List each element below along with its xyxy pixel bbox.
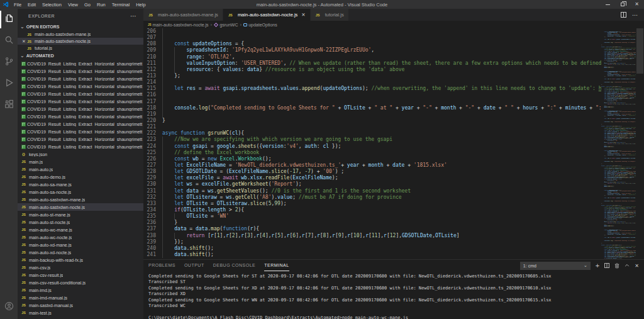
file-tree-item[interactable]: JSmain-sastxd-manual.js — [18, 301, 143, 309]
file-tree-item[interactable]: COVID19_Result_Listing_Extract_Horizonta… — [18, 128, 143, 135]
activity-run-debug-button[interactable] — [0, 73, 18, 94]
code-line[interactable] — [162, 111, 601, 118]
code-line[interactable]: let GDSOTLDate = (ExcelFileName.slice(-1… — [162, 169, 601, 175]
file-tree-item[interactable]: JSmain-csv-result.js — [18, 271, 143, 279]
split-terminal-button[interactable] — [604, 263, 609, 268]
terminal-output[interactable]: Completed sending to Google Sheets for S… — [143, 271, 644, 319]
code-line[interactable]: return [r[1],r[2],r[3],r[4],r[5],r[6],r[… — [162, 233, 601, 239]
panel-tab-terminal[interactable]: TERMINAL — [264, 260, 289, 271]
close-panel-button[interactable]: ✕ — [635, 263, 639, 269]
code-line[interactable]: valueInputOption: 'USER_ENTERED', // Whe… — [162, 60, 601, 67]
code-line[interactable] — [162, 28, 601, 35]
file-tree-item[interactable]: COVID19_Result_Listing_Extract_Horizonta… — [18, 105, 143, 113]
breadcrumb-item[interactable]: JSmain-auto-sastxdwn-nocte.js — [148, 23, 209, 27]
maximize-panel-button[interactable] — [625, 263, 630, 268]
code-line[interactable]: data.shift(); — [162, 252, 601, 258]
close-button[interactable]: ✕ — [630, 0, 644, 9]
file-tree-item[interactable]: JSmain-wc.js — [18, 316, 143, 319]
menu-item-terminal[interactable]: Terminal — [109, 0, 133, 9]
minimap[interactable]: const updateOptions = { spreadsheetId: '… — [601, 28, 636, 259]
terminal-select[interactable]: 1: cmd ⌄ — [520, 262, 591, 270]
tab-tutorial.js[interactable]: JStutorial.js — [311, 9, 349, 21]
file-tree-item[interactable]: COVID19_Result_Listing_Extract_Horizonta… — [18, 90, 143, 98]
code-line[interactable]: if(OTLsite.length > 2){ — [162, 207, 601, 213]
file-tree-item[interactable]: COVID19_Result_Listing_Extract_Horizonta… — [18, 60, 143, 67]
file-tree-item[interactable]: COVID19_Result_Listing_Extract_Horizonta… — [18, 120, 143, 128]
code-line[interactable]: let OTLsite = OTLsiteraw.slice(5,99); — [162, 201, 601, 207]
menu-item-run[interactable]: Run — [94, 0, 109, 9]
file-tree-item[interactable]: COVID19_Result_Listing_Extract_Horizonta… — [18, 82, 143, 90]
file-tree-item[interactable]: COVID19_Result_Listing_Extract_Horizonta… — [18, 67, 143, 75]
activity-extensions-button[interactable] — [0, 94, 18, 116]
file-tree-item[interactable]: COVID19_Result_Listing_Extract_Horizonta… — [18, 135, 143, 143]
file-tree-item[interactable]: JSmain-auto-demo.js — [18, 173, 143, 181]
file-tree-item[interactable]: JSmain-auto-sastxdwn-mane.js — [18, 196, 143, 203]
code-line[interactable] — [162, 35, 601, 41]
code-line[interactable]: } — [162, 118, 601, 124]
file-tree-item[interactable]: COVID19_Result_Listing_Extract_Horizonta… — [18, 75, 143, 82]
explorer-actions-button[interactable]: ⋯ — [130, 13, 137, 20]
code-line[interactable]: range: 'OTL!A2', — [162, 54, 601, 60]
code-line[interactable] — [162, 99, 601, 105]
file-tree-item[interactable]: JSmain-auto-xd-mane.js — [18, 241, 143, 249]
code-line[interactable] — [162, 92, 601, 98]
editor-more-actions-button[interactable]: ⋯ — [632, 12, 638, 18]
code-line[interactable]: const wb = new Excel.Workbook(); — [162, 156, 601, 162]
code-line[interactable]: data.shift(); — [162, 245, 601, 252]
file-tree-item[interactable]: JSmain-auto-st-nocte.js — [18, 218, 143, 226]
panel-tab-problems[interactable]: PROBLEMS — [148, 260, 175, 271]
open-editor-item[interactable]: JStutorial.js — [18, 45, 143, 52]
file-tree-item[interactable]: JSmain-test.js — [18, 309, 143, 316]
split-editor-button[interactable] — [621, 12, 626, 18]
close-tab-icon[interactable]: ✕ — [301, 12, 305, 18]
file-tree-item[interactable]: JSmain-imd-manual.js — [18, 294, 143, 301]
breadcrumb-item[interactable]: updateOptions — [243, 23, 277, 27]
activity-search-button[interactable] — [0, 30, 18, 52]
code-line[interactable]: OTLsite = 'WN' — [162, 213, 601, 220]
code-line[interactable]: } — [162, 220, 601, 226]
scrollbar-thumb[interactable] — [636, 28, 643, 74]
file-tree-item[interactable]: JSmain-imd.js — [18, 286, 143, 294]
code-line[interactable]: let ExcelFileName = 'NewOTL_diederick.vd… — [162, 162, 601, 169]
menu-item-go[interactable]: Go — [81, 0, 94, 9]
code-editor[interactable]: 2062072082092102112122132142152162172182… — [143, 28, 644, 259]
code-line[interactable] — [162, 124, 601, 130]
file-tree-item[interactable]: JSmain-auto-sa-nocte.js — [18, 188, 143, 196]
code-line[interactable]: data = data.map(function(r){ — [162, 226, 601, 232]
code-line[interactable]: let data = ws.getSheetValues(); //0 is t… — [162, 188, 601, 194]
code-line[interactable]: async function gsrunWC(cl){ — [162, 130, 601, 137]
code-line[interactable]: const gsapi = google.sheets({version:'v4… — [162, 143, 601, 150]
kill-terminal-icon[interactable] — [614, 263, 619, 269]
code-line[interactable]: spreadsheetId: '1Pfy2q2yeL1wLAXYkA9uvH1G… — [162, 47, 601, 53]
menu-item-selection[interactable]: Selection — [39, 0, 65, 9]
code-line[interactable]: let excelFile = await wb.xlsx.readFile(E… — [162, 175, 601, 181]
menu-item-file[interactable]: File — [11, 0, 25, 9]
open-editors-header[interactable]: ⌄ OPEN EDITORS — [18, 23, 143, 31]
open-editor-item[interactable]: ✕JSmain-auto-sastxdwn-nocte.js — [18, 38, 143, 45]
close-editor-icon[interactable]: ✕ — [21, 39, 26, 44]
code-line[interactable]: let res = await gsapi.spreadsheets.value… — [162, 86, 601, 92]
file-tree-item[interactable]: JSmain-auto-st-mane.js — [18, 211, 143, 218]
menu-item-help[interactable]: Help — [133, 0, 148, 9]
restore-button[interactable] — [615, 0, 630, 9]
file-tree-item[interactable]: JSmain-auto-sastxdwn-nocte.js — [18, 203, 143, 211]
file-tree-item[interactable]: JSmain-backup-with-read-fx.js — [18, 256, 143, 264]
menu-item-view[interactable]: View — [65, 0, 81, 9]
code-line[interactable]: let OTLsiteraw = ws.getCell('A8').value;… — [162, 194, 601, 201]
file-tree-item[interactable]: COVID19_Result_Listing_Extract_Horizonta… — [18, 113, 143, 120]
file-tree-item[interactable]: JSmain-auto-wc-nocte.js — [18, 233, 143, 241]
activity-explorer-button[interactable] — [0, 9, 18, 30]
file-tree-item[interactable]: JSmain-auto.js — [18, 165, 143, 173]
file-tree-item[interactable]: COVID19_Result_Listing_Extract_Horizonta… — [18, 98, 143, 105]
code-line[interactable]: }; — [162, 73, 601, 79]
menu-item-edit[interactable]: Edit — [25, 0, 39, 9]
file-tree-item[interactable]: JSmain-csv.js — [18, 264, 143, 271]
file-tree-item[interactable]: JSmain-auto-wc-mane.js — [18, 226, 143, 233]
file-tree-item[interactable]: JSmain-auto-xd-nocte.js — [18, 249, 143, 256]
tab-main-auto-sastxdwn-nocte.js[interactable]: JSmain-auto-sastxdwn-nocte.js✕ — [223, 9, 311, 21]
code-line[interactable]: console.log("Completed sending to Google… — [162, 105, 601, 111]
tab-main-auto-sastxdwn-mane.js[interactable]: JSmain-auto-sastxdwn-mane.js — [143, 9, 223, 21]
minimize-button[interactable] — [601, 0, 615, 9]
editor-scrollbar[interactable] — [636, 28, 644, 259]
code-line[interactable]: resource: { values: data} //resource is … — [162, 67, 601, 73]
